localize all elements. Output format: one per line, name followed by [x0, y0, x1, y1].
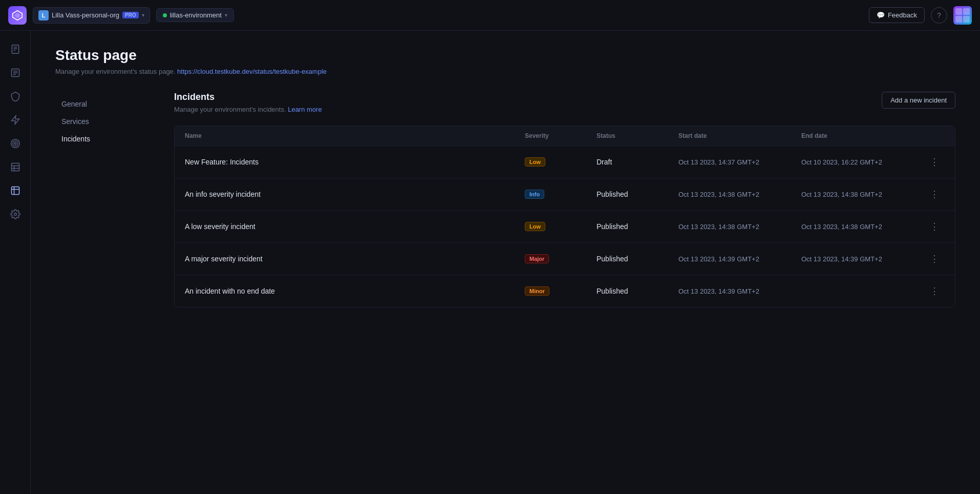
- severity-badge: Info: [525, 190, 544, 199]
- sidebar-item-documents[interactable]: [5, 39, 26, 59]
- table-row: A major severity incident Major Publishe…: [175, 243, 955, 275]
- sidebar-item-tests[interactable]: [5, 180, 26, 201]
- severity-badge: Major: [525, 254, 549, 263]
- org-avatar: L: [38, 10, 49, 20]
- with-left-nav: General Services Incidents Incidents Man…: [55, 92, 955, 307]
- table-row: An info severity incident Info Published…: [175, 178, 955, 211]
- start-date-cell: Oct 13 2023, 14:38 GMT+2: [678, 191, 801, 198]
- incident-name: An info severity incident: [185, 190, 525, 198]
- col-header-name: Name: [185, 132, 525, 139]
- end-date-cell: Oct 13 2023, 14:38 GMT+2: [801, 223, 924, 231]
- topnav-left: L Lilla Vass-personal-org PRO ▾ lillas-e…: [8, 6, 234, 25]
- status-cell: Published: [596, 222, 678, 231]
- table-row: A low severity incident Low Published Oc…: [175, 211, 955, 243]
- end-date-cell: Oct 13 2023, 14:39 GMT+2: [801, 255, 924, 263]
- incident-name: New Feature: Incidents: [185, 158, 525, 166]
- table-header: Name Severity Status Start date End date: [175, 126, 955, 146]
- chat-icon: 💬: [877, 11, 885, 19]
- left-nav-item-incidents[interactable]: Incidents: [55, 131, 158, 147]
- chevron-down-icon: ▾: [225, 12, 227, 18]
- col-header-severity: Severity: [525, 132, 596, 139]
- svg-marker-1: [15, 12, 20, 18]
- main-content: Status page Manage your environment's st…: [31, 31, 980, 494]
- start-date-cell: Oct 13 2023, 14:39 GMT+2: [678, 287, 801, 295]
- user-avatar[interactable]: [953, 6, 972, 25]
- sidebar-item-shield[interactable]: [5, 86, 26, 107]
- sidebar-item-reports[interactable]: [5, 63, 26, 83]
- col-header-start-date: Start date: [678, 132, 801, 139]
- left-nav: General Services Incidents: [55, 92, 158, 307]
- sidebar-item-table[interactable]: [5, 157, 26, 177]
- severity-cell: Major: [525, 254, 596, 263]
- svg-point-13: [14, 142, 16, 144]
- env-selector[interactable]: lillas-environment ▾: [156, 8, 234, 22]
- org-name: Lilla Vass-personal-org: [52, 11, 119, 19]
- subtitle-text: Manage your environment's status page.: [55, 68, 175, 75]
- sidebar: [0, 31, 31, 494]
- col-header-status: Status: [596, 132, 678, 139]
- section-header-left: Incidents Manage your environment's inci…: [174, 92, 322, 113]
- svg-marker-10: [11, 116, 19, 125]
- col-header-end-date: End date: [801, 132, 924, 139]
- end-date-cell: Oct 13 2023, 14:38 GMT+2: [801, 191, 924, 198]
- page-title: Status page: [55, 47, 955, 64]
- learn-more-link[interactable]: Learn more: [288, 106, 322, 113]
- section-title: Incidents: [174, 92, 322, 102]
- feedback-button[interactable]: 💬 Feedback: [869, 7, 925, 23]
- severity-cell: Info: [525, 190, 596, 199]
- pro-badge: PRO: [122, 12, 139, 18]
- severity-cell: Minor: [525, 286, 596, 296]
- content-area: Incidents Manage your environment's inci…: [174, 92, 955, 307]
- incidents-table: Name Severity Status Start date End date…: [174, 126, 955, 307]
- env-name: lillas-environment: [170, 11, 222, 19]
- more-options-button[interactable]: ⋮: [924, 219, 945, 234]
- main-layout: Status page Manage your environment's st…: [0, 31, 980, 494]
- start-date-cell: Oct 13 2023, 14:37 GMT+2: [678, 158, 801, 166]
- org-selector[interactable]: L Lilla Vass-personal-org PRO ▾: [33, 7, 150, 24]
- incident-name: A major severity incident: [185, 255, 525, 263]
- question-icon: ?: [937, 11, 941, 19]
- svg-point-11: [11, 139, 19, 148]
- section-desc: Manage your environment's incidents. Lea…: [174, 106, 322, 113]
- severity-badge: Low: [525, 222, 545, 231]
- more-options-button[interactable]: ⋮: [924, 283, 945, 299]
- env-status-dot: [163, 13, 167, 17]
- svg-rect-2: [12, 45, 18, 54]
- left-nav-item-services[interactable]: Services: [55, 113, 158, 130]
- severity-badge: Minor: [525, 286, 549, 296]
- section-desc-text: Manage your environment's incidents.: [174, 106, 286, 113]
- col-header-actions: [924, 132, 945, 139]
- add-incident-button[interactable]: Add a new incident: [882, 92, 955, 109]
- start-date-cell: Oct 13 2023, 14:39 GMT+2: [678, 255, 801, 263]
- page-subtitle: Manage your environment's status page. h…: [55, 68, 955, 75]
- severity-badge: Low: [525, 157, 545, 167]
- start-date-cell: Oct 13 2023, 14:38 GMT+2: [678, 223, 801, 231]
- left-nav-item-general[interactable]: General: [55, 96, 158, 112]
- end-date-cell: Oct 10 2023, 16:22 GMT+2: [801, 158, 924, 166]
- status-cell: Published: [596, 190, 678, 198]
- more-options-button[interactable]: ⋮: [924, 154, 945, 170]
- more-options-button[interactable]: ⋮: [924, 251, 945, 266]
- incident-name: An incident with no end date: [185, 287, 525, 295]
- status-cell: Published: [596, 287, 678, 295]
- incident-name: A low severity incident: [185, 222, 525, 231]
- section-header: Incidents Manage your environment's inci…: [174, 92, 955, 113]
- feedback-label: Feedback: [888, 11, 917, 19]
- help-button[interactable]: ?: [931, 7, 947, 24]
- sidebar-item-target[interactable]: [5, 133, 26, 154]
- chevron-down-icon: ▾: [142, 12, 144, 18]
- topnav: L Lilla Vass-personal-org PRO ▾ lillas-e…: [0, 0, 980, 31]
- logo[interactable]: [8, 6, 27, 25]
- topnav-right: 💬 Feedback ?: [869, 6, 972, 25]
- status-cell: Draft: [596, 158, 678, 166]
- svg-rect-14: [11, 163, 19, 171]
- more-options-button[interactable]: ⋮: [924, 187, 945, 202]
- severity-cell: Low: [525, 157, 596, 167]
- table-row: An incident with no end date Minor Publi…: [175, 275, 955, 307]
- table-row: New Feature: Incidents Low Draft Oct 13 …: [175, 146, 955, 178]
- status-cell: Published: [596, 255, 678, 263]
- svg-point-18: [14, 213, 16, 216]
- sidebar-item-settings[interactable]: [5, 204, 26, 224]
- sidebar-item-lightning[interactable]: [5, 110, 26, 130]
- status-page-link[interactable]: https://cloud.testkube.dev/status/testku…: [177, 68, 327, 75]
